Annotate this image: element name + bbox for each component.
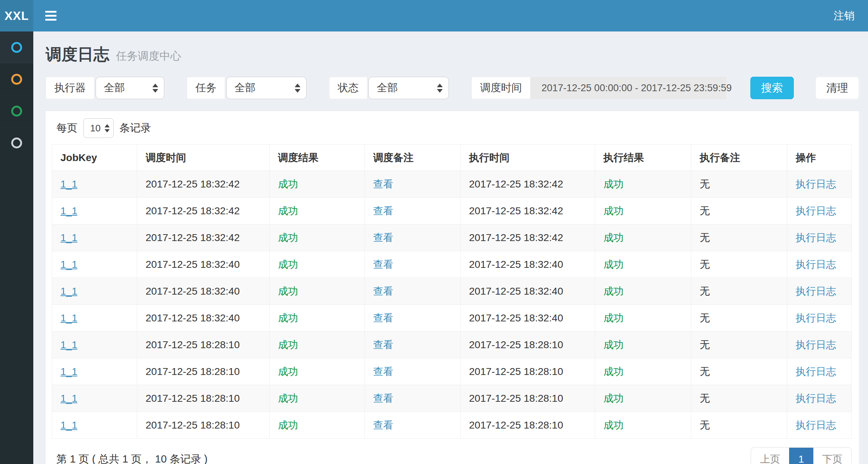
jobkey-link[interactable]: 1_1 [60, 232, 77, 243]
exec-log-link[interactable]: 执行日志 [796, 286, 836, 297]
circle-o-icon [11, 138, 22, 148]
exec-remark-cell: 无 [691, 305, 787, 332]
sched-remark-link[interactable]: 查看 [373, 393, 393, 404]
sidebar-toggle-button[interactable] [33, 0, 68, 31]
pagesize-prefix: 每页 [56, 121, 77, 135]
sched-remark-link[interactable]: 查看 [373, 178, 393, 190]
exec-log-link[interactable]: 执行日志 [796, 366, 836, 377]
exec-result-text: 成功 [603, 419, 624, 431]
circle-o-icon [11, 42, 22, 53]
table-row: 1_1 2017-12-25 18:32:42 成功 查看 2017-12-25… [52, 171, 852, 198]
next-page-button[interactable]: 下页 [813, 448, 851, 464]
exec-remark-cell: 无 [691, 224, 787, 251]
table-row: 1_1 2017-12-25 18:28:10 成功 查看 2017-12-25… [52, 332, 852, 358]
search-button[interactable]: 搜索 [750, 77, 794, 99]
sched-time-cell: 2017-12-25 18:32:40 [137, 251, 270, 278]
sched-remark-link[interactable]: 查看 [373, 205, 393, 216]
time-filter-label: 调度时间 [471, 77, 531, 99]
exec-time-cell: 2017-12-25 18:28:10 [460, 358, 595, 385]
exec-result-text: 成功 [603, 366, 624, 377]
exec-log-link[interactable]: 执行日志 [796, 259, 836, 270]
sidebar [0, 31, 33, 464]
sched-remark-link[interactable]: 查看 [373, 312, 393, 324]
header-exec-remark: 执行备注 [691, 145, 787, 171]
clear-button[interactable]: 清理 [816, 77, 859, 99]
table-row: 1_1 2017-12-25 18:32:42 成功 查看 2017-12-25… [52, 224, 852, 251]
filter-row: 执行器 全部 任务 全部 状态 全部 调度时间 2017-12-25 00:00… [46, 77, 859, 99]
select-caret-icon [152, 84, 158, 93]
executor-filter-group: 执行器 全部 [46, 77, 164, 99]
status-select-value: 全部 [377, 81, 398, 95]
jobkey-link[interactable]: 1_1 [60, 205, 77, 216]
exec-log-link[interactable]: 执行日志 [796, 178, 836, 190]
sched-time-cell: 2017-12-25 18:32:42 [137, 171, 270, 198]
sidebar-item-job-log[interactable] [0, 95, 33, 127]
sched-time-cell: 2017-12-25 18:32:40 [137, 305, 270, 332]
executor-select[interactable]: 全部 [96, 77, 164, 99]
pagesize-select[interactable]: 10 [83, 118, 114, 138]
exec-log-link[interactable]: 执行日志 [796, 205, 836, 216]
exec-result-text: 成功 [603, 286, 624, 297]
app-logo[interactable]: XXL [0, 0, 33, 31]
sched-result-text: 成功 [278, 339, 298, 350]
pagesize-row: 每页 10 条记录 [52, 116, 852, 140]
exec-time-cell: 2017-12-25 18:28:10 [460, 412, 595, 439]
sidebar-item-help[interactable] [0, 127, 33, 159]
pagesize-value: 10 [90, 123, 101, 134]
page-info: 第 1 页 ( 总共 1 页， 10 条记录 ) [56, 452, 207, 464]
jobkey-link[interactable]: 1_1 [60, 259, 77, 270]
job-select[interactable]: 全部 [226, 77, 307, 99]
menu-icon [45, 11, 56, 21]
header-jobkey: JobKey [52, 145, 137, 171]
jobkey-link[interactable]: 1_1 [60, 339, 77, 350]
exec-time-cell: 2017-12-25 18:32:42 [460, 171, 595, 198]
jobkey-link[interactable]: 1_1 [60, 178, 77, 190]
sidebar-item-dashboard[interactable] [0, 31, 33, 63]
sched-result-text: 成功 [278, 312, 298, 324]
header-sched-time: 调度时间 [137, 145, 270, 171]
header-sched-remark: 调度备注 [365, 145, 460, 171]
prev-page-button[interactable]: 上页 [751, 448, 789, 464]
exec-remark-cell: 无 [691, 385, 787, 412]
exec-time-cell: 2017-12-25 18:28:10 [460, 332, 595, 358]
sched-remark-link[interactable]: 查看 [373, 419, 393, 431]
jobkey-link[interactable]: 1_1 [60, 286, 77, 297]
sched-result-text: 成功 [278, 232, 298, 243]
sched-remark-link[interactable]: 查看 [373, 259, 393, 270]
page-subtitle: 任务调度中心 [116, 50, 181, 62]
jobkey-link[interactable]: 1_1 [60, 312, 77, 324]
exec-log-link[interactable]: 执行日志 [796, 312, 836, 324]
exec-remark-cell: 无 [691, 278, 787, 305]
sched-remark-link[interactable]: 查看 [373, 232, 393, 243]
jobkey-link[interactable]: 1_1 [60, 393, 77, 404]
exec-result-text: 成功 [603, 232, 624, 243]
exec-remark-cell: 无 [691, 358, 787, 385]
sched-result-text: 成功 [278, 286, 298, 297]
sched-result-text: 成功 [278, 205, 298, 216]
current-page-button[interactable]: 1 [789, 448, 813, 464]
exec-log-link[interactable]: 执行日志 [796, 232, 836, 243]
exec-log-link[interactable]: 执行日志 [796, 339, 836, 350]
exec-time-cell: 2017-12-25 18:28:10 [460, 385, 595, 412]
jobkey-link[interactable]: 1_1 [60, 366, 77, 377]
exec-time-cell: 2017-12-25 18:32:40 [460, 278, 595, 305]
exec-result-text: 成功 [603, 178, 624, 190]
time-range-input[interactable]: 2017-12-25 00:00:00 - 2017-12-25 23:59:5… [531, 77, 726, 99]
pagination: 上页 1 下页 [751, 447, 852, 464]
sched-remark-link[interactable]: 查看 [373, 366, 393, 377]
table-row: 1_1 2017-12-25 18:32:40 成功 查看 2017-12-25… [52, 251, 852, 278]
sched-remark-link[interactable]: 查看 [373, 339, 393, 350]
exec-remark-cell: 无 [691, 198, 787, 224]
exec-log-link[interactable]: 执行日志 [796, 393, 836, 404]
exec-time-cell: 2017-12-25 18:32:40 [460, 251, 595, 278]
status-select[interactable]: 全部 [368, 77, 449, 99]
executor-filter-label: 执行器 [46, 77, 94, 99]
sched-remark-link[interactable]: 查看 [373, 286, 393, 297]
sidebar-item-job-manage[interactable] [0, 63, 33, 95]
status-filter-label: 状态 [329, 77, 367, 99]
sched-time-cell: 2017-12-25 18:28:10 [137, 332, 270, 358]
sched-time-cell: 2017-12-25 18:32:42 [137, 224, 270, 251]
jobkey-link[interactable]: 1_1 [60, 419, 77, 431]
exec-log-link[interactable]: 执行日志 [796, 419, 836, 431]
logout-link[interactable]: 注销 [820, 0, 868, 31]
